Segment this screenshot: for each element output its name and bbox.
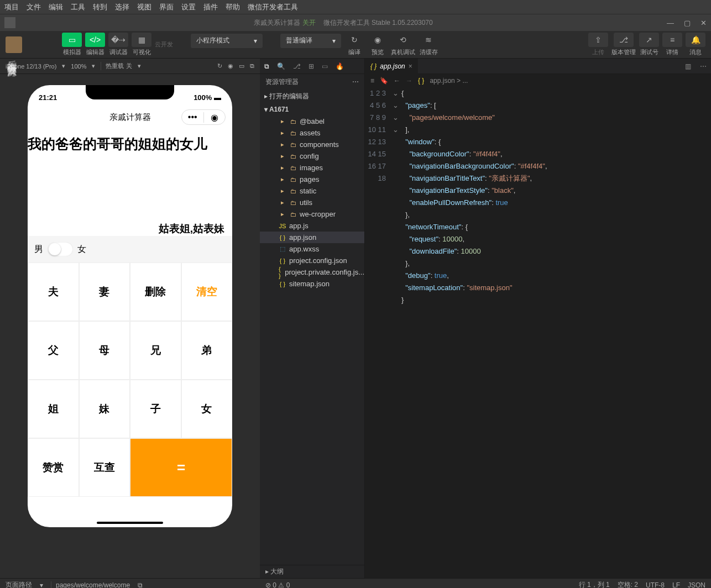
menu-编辑[interactable]: 编辑 [49,2,63,12]
encoding[interactable]: UTF-8 [646,581,665,589]
key-弟[interactable]: 弟 [181,321,233,380]
popout-icon[interactable]: ⧉ [250,62,254,70]
key-子[interactable]: 子 [130,380,181,438]
visual-button[interactable]: ▦ [132,33,151,47]
current-path[interactable]: pages/welcome/welcome [51,581,130,589]
tab-appjson[interactable]: { }app.json× [365,59,418,74]
key-女[interactable]: 女 [181,380,233,438]
key-赞赏[interactable]: 赞赏 [28,438,79,497]
problems[interactable]: ⊘ 0 ⚠ 0 [265,581,290,589]
menu-工具[interactable]: 工具 [71,2,85,12]
simulator-button[interactable]: ▭ [62,33,82,47]
menu-选择[interactable]: 选择 [115,2,129,12]
menu-帮助[interactable]: 帮助 [226,2,240,12]
message-button[interactable]: 🔔 [686,33,705,47]
menu-界面[interactable]: 界面 [159,2,174,12]
root-folder[interactable]: ▾ A1671 [260,103,364,116]
split-icon[interactable]: ▥ [681,62,696,70]
refresh-icon[interactable]: ↻ [217,62,222,70]
menu-插件[interactable]: 插件 [203,2,218,12]
key-父[interactable]: 父 [28,321,79,380]
branch-icon[interactable]: ⎇ [293,62,301,70]
record-icon[interactable]: ◉ [228,62,233,70]
code-content[interactable]: { "pages": [ "pages/welcome/welcome" ], … [401,87,711,578]
key-妻[interactable]: 妻 [79,262,130,321]
file-config[interactable]: ▸🗀config [260,150,364,162]
hotreload-toggle[interactable]: 热重载 关 [101,62,132,70]
preview-button[interactable]: ◉ [368,33,388,47]
close-icon[interactable]: ✕ [700,19,707,27]
key-妹[interactable]: 妹 [79,380,130,438]
file-assets[interactable]: ▸🗀assets [260,127,364,139]
nav-list-icon[interactable]: ≡ [370,77,374,85]
file-project.private.config.js...[interactable]: { }project.private.config.js... [260,266,364,278]
key-兄[interactable]: 兄 [130,321,181,380]
key-清空[interactable]: 清空 [181,262,233,321]
toolbar: ▭模拟器 </>编辑器 �⇢调试器 ▦可视化 云开发 小程序模式▾ 普通编译▾ … [0,31,711,59]
box-icon[interactable]: ▭ [322,62,328,70]
key-=[interactable]: = [130,438,232,497]
avatar[interactable] [6,36,22,53]
language[interactable]: JSON [688,581,705,589]
device-icon[interactable]: ▭ [239,62,244,70]
cursor-pos[interactable]: 行 1，列 1 [579,580,610,588]
files-icon[interactable]: ⧉ [264,62,269,70]
copy-icon[interactable]: ⧉ [138,581,143,589]
compile-select[interactable]: 普通编译▾ [280,34,341,48]
menu-设置[interactable]: 设置 [181,2,196,12]
file-app.js[interactable]: JSapp.js [260,220,364,232]
menu-转到[interactable]: 转到 [93,2,107,12]
menu-项目[interactable]: 项目 [4,2,19,12]
version-button[interactable]: ⎇ [614,33,634,47]
eol[interactable]: LF [672,581,680,589]
file-static[interactable]: ▸🗀static [260,185,364,197]
zoom-select[interactable]: 100% [71,63,86,70]
flame-icon[interactable]: 🔥 [336,62,344,70]
ext-icon[interactable]: ⊞ [309,62,314,70]
breadcrumb[interactable]: app.json > ... [430,77,468,85]
file-app.json[interactable]: { }app.json [260,232,364,243]
opened-editors[interactable]: ▸ 打开的编辑器 [260,90,364,103]
outline-section[interactable]: ▸ 大纲 [260,565,364,578]
file-images[interactable]: ▸🗀images [260,162,364,174]
remote-button[interactable]: ⟲ [393,33,413,47]
file-@babel[interactable]: ▸🗀@babel [260,116,364,127]
back-icon[interactable]: ← [394,77,400,85]
maximize-icon[interactable]: ▢ [684,19,691,27]
cloud-button[interactable]: 云开发 [155,40,173,49]
file-pages[interactable]: ▸🗀pages [260,174,364,185]
forward-icon[interactable]: → [406,77,412,85]
cache-button[interactable]: ≋ [419,33,438,47]
more-tab-icon[interactable]: ⋯ [696,62,711,70]
gender-switch[interactable] [48,242,73,256]
file-sitemap.json[interactable]: { }sitemap.json [260,278,364,290]
key-夫[interactable]: 夫 [28,262,79,321]
menu-微信开发者工具[interactable]: 微信开发者工具 [248,2,298,12]
bookmark-icon[interactable]: 🔖 [380,77,388,85]
file-components[interactable]: ▸🗀components [260,139,364,150]
key-删除[interactable]: 删除 [130,262,181,321]
search-icon[interactable]: 🔍 [277,62,285,70]
key-母[interactable]: 母 [79,321,130,380]
device-select[interactable]: iPhone 12/13 (Pro) [6,63,56,70]
editor-button[interactable]: </> [85,33,105,47]
upload-button[interactable]: ⇪ [588,33,608,47]
indent[interactable]: 空格: 2 [618,580,638,588]
key-互查[interactable]: 互查 [79,438,130,497]
minimize-icon[interactable]: — [667,19,674,27]
menu-视图[interactable]: 视图 [137,2,151,12]
tab-close-icon[interactable]: × [409,62,412,70]
file-project.config.json[interactable]: { }project.config.json [260,255,364,266]
file-utils[interactable]: ▸🗀utils [260,197,364,208]
capsule[interactable]: •••◉ [181,109,226,125]
menu-文件[interactable]: 文件 [27,2,41,12]
detail-button[interactable]: ≡ [662,33,682,47]
testid-button[interactable]: ↗ [639,33,659,47]
debugger-button[interactable]: �⇢ [108,33,128,47]
mode-select[interactable]: 小程序模式▾ [191,34,263,48]
file-app.wxss[interactable]: ⬚app.wxss [260,243,364,255]
key-姐[interactable]: 姐 [28,380,79,438]
file-we-cropper[interactable]: ▸🗀we-cropper [260,208,364,220]
more-icon[interactable]: ⋯ [352,78,359,86]
compile-button[interactable]: ↻ [344,33,364,47]
